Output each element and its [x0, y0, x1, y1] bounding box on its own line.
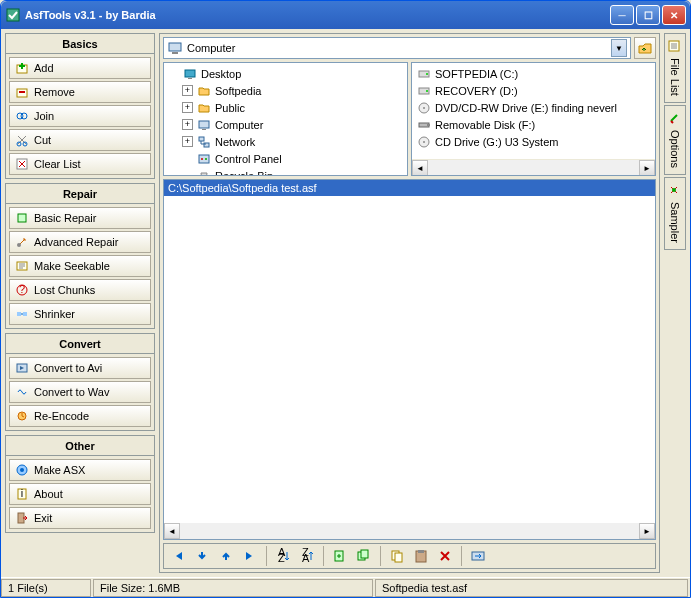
drive-item[interactable]: DVD/CD-RW Drive (E:) finding neverl: [414, 99, 653, 116]
drive-item[interactable]: Removable Disk (F:): [414, 116, 653, 133]
drive-label: Removable Disk (F:): [435, 119, 535, 131]
svg-text:Z: Z: [278, 552, 285, 564]
cd-icon: [416, 100, 432, 116]
make-asx-button[interactable]: Make ASX: [9, 459, 151, 481]
tree-item-recycle-bin[interactable]: Recycle Bin: [166, 167, 405, 175]
shrinker-button[interactable]: Shrinker: [9, 303, 151, 325]
svg-rect-0: [7, 9, 19, 21]
make-seekable-button[interactable]: Make Seekable: [9, 255, 151, 277]
status-file-count: 1 File(s): [1, 579, 91, 597]
status-file-name: Softpedia test.asf: [375, 579, 688, 597]
tree-label: Computer: [215, 119, 263, 131]
button-label: Re-Encode: [34, 410, 89, 422]
tab-file-list[interactable]: File List: [664, 33, 686, 103]
basic-repair-button[interactable]: Basic Repair: [9, 207, 151, 229]
close-button[interactable]: ✕: [662, 5, 686, 25]
tree-item-public[interactable]: +Public: [166, 99, 405, 116]
exit-icon: [14, 510, 30, 526]
paste-button[interactable]: [410, 545, 432, 567]
minimize-button[interactable]: ─: [610, 5, 634, 25]
sort-desc-button[interactable]: ZA: [296, 545, 318, 567]
copy-button[interactable]: [386, 545, 408, 567]
expand-button[interactable]: +: [182, 136, 193, 147]
drive-label: SOFTPEDIA (C:): [435, 68, 518, 80]
delete-button[interactable]: [434, 545, 456, 567]
svg-point-34: [426, 73, 428, 75]
advanced-repair-button[interactable]: Advanced Repair: [9, 231, 151, 253]
last-button[interactable]: [239, 545, 261, 567]
desktop-icon: [182, 66, 198, 82]
sort-asc-button[interactable]: AZ: [272, 545, 294, 567]
convert-to-wav-button[interactable]: Convert to Wav: [9, 381, 151, 403]
lost-icon: ?: [14, 282, 30, 298]
status-file-size: File Size: 1.6MB: [93, 579, 373, 597]
add-file-button[interactable]: [329, 545, 351, 567]
sidebar: BasicsAddRemoveJoinCutClear ListRepairBa…: [5, 33, 155, 573]
path-dropdown-button[interactable]: ▼: [611, 39, 627, 57]
wav-icon: [14, 384, 30, 400]
lost-chunks-button[interactable]: ?Lost Chunks: [9, 279, 151, 301]
down-button[interactable]: [191, 545, 213, 567]
exit-button[interactable]: Exit: [9, 507, 151, 529]
svg-point-9: [17, 243, 21, 247]
re-encode-button[interactable]: Re-Encode: [9, 405, 151, 427]
cut-button[interactable]: Cut: [9, 129, 151, 151]
tree-label: Desktop: [201, 68, 241, 80]
drive-scrollbar[interactable]: ◄►: [412, 159, 655, 175]
app-icon: [5, 7, 21, 23]
expand-button[interactable]: +: [182, 85, 193, 96]
expand-button[interactable]: +: [182, 102, 193, 113]
clear-list-button[interactable]: Clear List: [9, 153, 151, 175]
clear-icon: [14, 156, 30, 172]
svg-rect-23: [172, 52, 178, 54]
tree-item-computer[interactable]: +Computer: [166, 116, 405, 133]
path-text: Computer: [187, 42, 235, 54]
tree-item-desktop[interactable]: Desktop: [166, 65, 405, 82]
join-button[interactable]: Join: [9, 105, 151, 127]
filelist-scrollbar[interactable]: ◄►: [164, 523, 655, 539]
sampler-icon: [668, 184, 682, 198]
maximize-button[interactable]: ☐: [636, 5, 660, 25]
button-label: Add: [34, 62, 54, 74]
add-many-button[interactable]: [353, 545, 375, 567]
drive-item[interactable]: CD Drive (G:) U3 System: [414, 133, 653, 150]
tree-item-network[interactable]: +Network: [166, 133, 405, 150]
svg-rect-13: [17, 312, 21, 316]
drive-item[interactable]: SOFTPEDIA (C:): [414, 65, 653, 82]
tree-item-softpedia[interactable]: +Softpedia: [166, 82, 405, 99]
folder-icon: [196, 100, 212, 116]
file-list: C:\Softpedia\Softpedia test.asf ◄►: [163, 179, 656, 540]
remove-button[interactable]: Remove: [9, 81, 151, 103]
tree-label: Control Panel: [215, 153, 282, 165]
main-panel: Computer ▼ Desktop+Softpedia+Public+Comp…: [159, 33, 660, 573]
right-tabs: File ListOptionsSampler: [664, 33, 686, 573]
tab-options[interactable]: Options: [664, 105, 686, 175]
file-row[interactable]: C:\Softpedia\Softpedia test.asf: [164, 180, 655, 196]
tree-item-control-panel[interactable]: Control Panel: [166, 150, 405, 167]
tree-label: Recycle Bin: [215, 170, 273, 176]
add-button[interactable]: Add: [9, 57, 151, 79]
section-header-basics: Basics: [6, 34, 154, 54]
process-button[interactable]: [467, 545, 489, 567]
button-label: Basic Repair: [34, 212, 96, 224]
expand-button[interactable]: +: [182, 119, 193, 130]
button-label: Make ASX: [34, 464, 85, 476]
svg-point-36: [426, 90, 428, 92]
tree-label: Public: [215, 102, 245, 114]
convert-to-avi-button[interactable]: Convert to Avi: [9, 357, 151, 379]
up-folder-button[interactable]: [634, 37, 656, 59]
add-icon: [14, 60, 30, 76]
cd-icon: [416, 134, 432, 150]
svg-rect-27: [202, 129, 206, 130]
path-combo[interactable]: Computer ▼: [163, 37, 631, 59]
drive-item[interactable]: RECOVERY (D:): [414, 82, 653, 99]
first-button[interactable]: [167, 545, 189, 567]
button-label: About: [34, 488, 63, 500]
button-label: Exit: [34, 512, 52, 524]
about-button[interactable]: iAbout: [9, 483, 151, 505]
join-icon: [14, 108, 30, 124]
tab-sampler[interactable]: Sampler: [664, 177, 686, 250]
up-button[interactable]: [215, 545, 237, 567]
tab-label: Sampler: [669, 202, 681, 243]
button-label: Lost Chunks: [34, 284, 95, 296]
